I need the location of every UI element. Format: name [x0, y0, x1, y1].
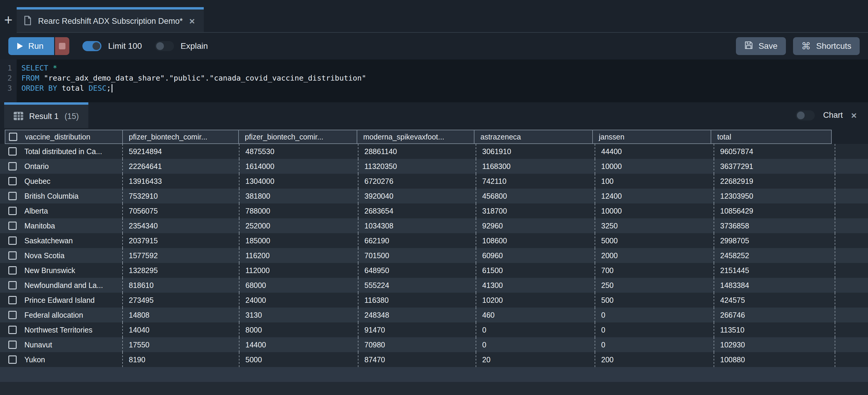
table-row[interactable]: Newfoundland and La...818610680005552244… — [0, 278, 868, 293]
row-checkbox[interactable] — [8, 251, 17, 260]
sql-editor[interactable]: 123 SELECT *FROM "rearc_adx_demo_data_sh… — [0, 60, 868, 102]
table-cell: 59214894 — [123, 144, 240, 159]
table-row[interactable]: Saskatchewan2037915185000662190108600500… — [0, 233, 868, 248]
run-button[interactable]: Run — [8, 37, 54, 55]
table-row[interactable]: Ontario222646411614000113203501168300100… — [0, 159, 868, 174]
chart-toggle[interactable] — [796, 110, 815, 120]
column-header[interactable]: moderna_spikevaxfoot... — [356, 130, 474, 144]
close-tab-icon[interactable]: × — [189, 17, 195, 26]
table-row[interactable]: Prince Edward Island27349524000116380102… — [0, 293, 868, 308]
table-row[interactable]: Federal allocation1480831302483484600266… — [0, 308, 868, 323]
command-icon: ⌘ — [801, 41, 811, 51]
table-cell: 12400 — [595, 189, 714, 204]
cell-value: 102930 — [720, 340, 745, 349]
cell-value: 1168300 — [482, 162, 510, 171]
row-checkbox[interactable] — [8, 326, 17, 334]
table-cell: 116200 — [240, 248, 359, 263]
table-row[interactable]: Nunavut17550144007098000102930 — [0, 337, 868, 352]
row-checkbox[interactable] — [8, 221, 17, 230]
table-grid-icon — [14, 112, 23, 121]
table-row[interactable]: Total distributed in Ca...59214894487553… — [0, 144, 868, 159]
result-tab[interactable]: Result 1 (15) — [4, 102, 88, 128]
row-label: Northwest Territories — [24, 326, 93, 334]
editor-code[interactable]: SELECT *FROM "rearc_adx_demo_data_share"… — [17, 60, 868, 102]
column-header[interactable]: pfizer_biontech_comir... — [238, 130, 357, 144]
column-header[interactable]: pfizer_biontech_comir... — [122, 130, 239, 144]
cell-value: 1614000 — [245, 162, 274, 171]
row-checkbox[interactable] — [8, 162, 17, 171]
cell-value: 742110 — [482, 177, 506, 186]
tabbar-divider — [17, 32, 868, 33]
table-row[interactable]: Alberta705607578800026836543187001000010… — [0, 204, 868, 218]
table-cell: 460 — [476, 308, 595, 323]
column-header[interactable]: janssen — [592, 130, 711, 144]
limit-toggle[interactable] — [83, 41, 101, 51]
result-row-count: (15) — [65, 112, 79, 121]
table-cell: Northwest Territories — [5, 323, 123, 337]
close-results-icon[interactable]: × — [851, 111, 857, 120]
table-row[interactable]: Nova Scotia15775921162007015006096020002… — [0, 248, 868, 263]
cell-value: 2151445 — [720, 266, 749, 275]
stop-button[interactable] — [55, 37, 69, 55]
table-cell: 0 — [476, 323, 595, 337]
code-line: SELECT * — [22, 63, 868, 73]
column-header[interactable]: astrazeneca — [474, 130, 593, 144]
table-row[interactable]: Yukon819050008747020200100880 — [0, 352, 868, 367]
row-checkbox[interactable] — [8, 207, 17, 215]
table-cell: 116380 — [359, 293, 476, 308]
stop-icon — [59, 43, 65, 49]
column-header-label: pfizer_biontech_comir... — [129, 133, 207, 141]
table-row[interactable]: Manitoba23543402520001034308929603250373… — [0, 218, 868, 233]
cell-value: 555224 — [364, 281, 389, 290]
row-checkbox[interactable] — [8, 177, 17, 185]
row-checkbox[interactable] — [8, 266, 17, 275]
row-checkbox[interactable] — [8, 237, 17, 245]
cell-value: 41300 — [482, 281, 503, 290]
table-cell: 5000 — [240, 352, 359, 367]
table-cell: 10856429 — [714, 204, 835, 218]
table-cell: 1168300 — [476, 159, 595, 174]
table-cell: 266746 — [714, 308, 835, 323]
sql-token: total — [62, 84, 88, 92]
table-footer-strip — [0, 367, 868, 382]
cell-value: 10200 — [482, 296, 503, 305]
table-cell: Nunavut — [5, 337, 123, 352]
table-cell: Manitoba — [5, 218, 123, 233]
row-checkbox[interactable] — [8, 296, 17, 304]
row-checkbox[interactable] — [8, 281, 17, 290]
table-cell: 14400 — [240, 337, 359, 352]
cell-value: 61500 — [482, 266, 503, 275]
file-tab-active[interactable]: Rearc Redshift ADX Subscription Demo* × — [17, 7, 204, 33]
row-checkbox[interactable] — [8, 192, 17, 200]
cell-value: 100880 — [720, 356, 745, 364]
new-tab-button[interactable]: + — [0, 7, 17, 33]
table-row[interactable]: Northwest Territories1404080009147000113… — [0, 323, 868, 337]
cell-value: 788000 — [245, 207, 270, 215]
row-checkbox[interactable] — [8, 311, 17, 319]
column-header[interactable]: vaccine_distribution — [5, 130, 123, 144]
table-row[interactable]: New Brunswick132829511200064895061500700… — [0, 263, 868, 278]
run-button-label: Run — [28, 41, 43, 51]
table-cell: 2683654 — [359, 204, 476, 218]
table-cell: 2458252 — [714, 248, 835, 263]
line-number: 3 — [0, 83, 12, 93]
cell-value: 0 — [601, 311, 605, 320]
column-header[interactable]: total — [711, 130, 832, 144]
table-cell: Federal allocation — [5, 308, 123, 323]
row-checkbox[interactable] — [8, 340, 17, 349]
table-row[interactable]: British Columbia753291038180039200404568… — [0, 189, 868, 204]
cell-value: 1304000 — [245, 177, 274, 186]
table-cell: 3920040 — [359, 189, 476, 204]
table-cell: 41300 — [476, 278, 595, 293]
cell-value: 252000 — [245, 221, 270, 230]
cell-value: 113510 — [720, 326, 745, 334]
row-checkbox[interactable] — [8, 147, 17, 156]
shortcuts-button[interactable]: ⌘ Shortcuts — [793, 37, 860, 55]
select-all-checkbox[interactable] — [9, 133, 17, 141]
save-button[interactable]: Save — [736, 37, 786, 55]
table-cell: 424575 — [714, 293, 835, 308]
explain-toggle[interactable] — [155, 41, 174, 51]
row-checkbox[interactable] — [8, 356, 17, 364]
table-cell: 12303950 — [714, 189, 835, 204]
table-row[interactable]: Quebec1391643313040006720276742110100226… — [0, 174, 868, 189]
